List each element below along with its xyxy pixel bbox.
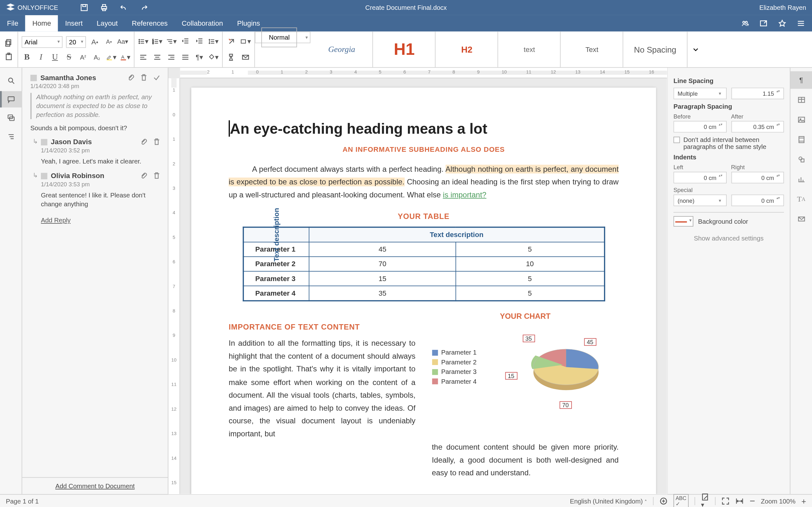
- font-size-select[interactable]: 20: [66, 36, 86, 48]
- table-row[interactable]: Parameter 4355: [243, 286, 604, 301]
- fit-page-icon[interactable]: [722, 497, 730, 505]
- paste-icon[interactable]: [3, 51, 14, 61]
- doc-paragraph-2[interactable]: In addition to all the formatting tips, …: [229, 337, 415, 441]
- align-justify-button[interactable]: [180, 52, 191, 62]
- increase-indent-button[interactable]: [194, 37, 205, 47]
- zoom-level[interactable]: Zoom 100%: [761, 497, 796, 504]
- delete-icon[interactable]: [140, 73, 148, 82]
- style-heading1[interactable]: H1: [373, 32, 436, 67]
- highlight-color-button[interactable]: ▾: [106, 52, 116, 62]
- font-name-select[interactable]: Arial: [21, 36, 62, 48]
- special-mode[interactable]: (none): [673, 194, 726, 206]
- language-indicator[interactable]: English (United Kingdom) ˄: [570, 497, 647, 504]
- add-comment-link[interactable]: Add Comment to Document: [55, 482, 135, 489]
- vertical-ruler[interactable]: 101234567891011121314151617: [168, 78, 180, 494]
- attach-icon[interactable]: [140, 172, 148, 180]
- header-footer-icon[interactable]: [790, 131, 812, 148]
- subscript-button[interactable]: A₂: [92, 52, 102, 62]
- print-icon[interactable]: [100, 3, 108, 12]
- redo-icon[interactable]: [140, 3, 148, 12]
- delete-icon[interactable]: [153, 138, 161, 147]
- indent-left[interactable]: 0 cm▴▾: [673, 172, 726, 183]
- attach-icon[interactable]: [127, 73, 135, 82]
- indent-right[interactable]: 0 cm▴▾: [731, 172, 784, 183]
- table-row[interactable]: Parameter 27010: [243, 257, 604, 272]
- shading-button[interactable]: ▾: [208, 52, 218, 62]
- page-scroll-area[interactable]: An eye-catching heading means a lot AN I…: [180, 78, 667, 494]
- menu-icon[interactable]: [797, 19, 805, 27]
- tab-collaboration[interactable]: Collaboration: [175, 15, 230, 32]
- textart-settings-icon[interactable]: TA: [790, 190, 812, 208]
- nonprinting-button[interactable]: ¶▾: [194, 52, 205, 62]
- style-georgia[interactable]: Georgia: [311, 32, 373, 67]
- image-settings-icon[interactable]: [790, 111, 812, 128]
- tab-file[interactable]: File: [0, 15, 26, 32]
- spacing-after[interactable]: 0.35 cm▴▾: [731, 121, 784, 133]
- line-spacing-mode[interactable]: Multiple: [673, 88, 726, 99]
- change-case-icon[interactable]: Aa▾: [118, 37, 128, 47]
- user-name[interactable]: Elizabeth Rayen: [759, 4, 812, 11]
- paragraph-settings-icon[interactable]: ¶: [790, 71, 812, 89]
- doc-heading-1[interactable]: An eye-catching heading means a lot: [229, 120, 618, 137]
- advanced-settings-link[interactable]: Show advanced settings: [673, 235, 784, 242]
- bold-button[interactable]: B: [21, 52, 32, 62]
- table-row[interactable]: Parameter 1455: [243, 242, 604, 257]
- fit-width-icon[interactable]: [735, 497, 744, 505]
- chart-pie[interactable]: Parameter 1 Parameter 2 Parameter 3 Para…: [432, 324, 618, 441]
- bullets-button[interactable]: ▾: [138, 37, 148, 47]
- find-icon[interactable]: [0, 72, 22, 89]
- doc-paragraph-3[interactable]: the document content should be given mor…: [432, 441, 618, 480]
- style-normal[interactable]: Normal: [255, 32, 311, 43]
- clear-style-icon[interactable]: [226, 37, 237, 47]
- page-indicator[interactable]: Page 1 of 1: [6, 497, 39, 504]
- superscript-button[interactable]: A²: [78, 52, 88, 62]
- align-center-button[interactable]: [152, 52, 162, 62]
- underline-button[interactable]: U: [50, 52, 60, 62]
- horizontal-ruler[interactable]: 2101234567891011121314151617: [180, 68, 667, 78]
- delete-icon[interactable]: [153, 172, 161, 180]
- resolve-icon[interactable]: [153, 73, 161, 82]
- chart-title[interactable]: YOUR CHART: [432, 312, 618, 321]
- doc-subheading[interactable]: AN INFORMATIVE SUBHEADING ALSO DOES: [229, 146, 618, 154]
- style-nospacing[interactable]: No Spacing: [623, 32, 688, 67]
- open-location-icon[interactable]: [759, 19, 768, 27]
- chat-icon[interactable]: [0, 110, 22, 126]
- attach-icon[interactable]: [140, 138, 148, 147]
- mailmerge-settings-icon[interactable]: [790, 210, 812, 228]
- font-color-button[interactable]: A▾: [120, 52, 131, 62]
- add-reply-link[interactable]: Add Reply: [41, 217, 71, 224]
- align-left-button[interactable]: [138, 52, 148, 62]
- decrease-font-icon[interactable]: A▾: [104, 37, 114, 47]
- zoom-in-icon[interactable]: +: [802, 496, 806, 505]
- italic-button[interactable]: I: [36, 52, 46, 62]
- doc-paragraph-1[interactable]: A perfect document always starts with a …: [229, 163, 618, 202]
- document-page[interactable]: An eye-catching heading means a lot AN I…: [191, 88, 656, 494]
- special-value[interactable]: 0 cm▴▾: [731, 194, 784, 206]
- tab-layout[interactable]: Layout: [90, 15, 125, 32]
- increase-font-icon[interactable]: A▴: [90, 37, 100, 47]
- tab-references[interactable]: References: [125, 15, 174, 32]
- same-style-checkbox[interactable]: Don't add interval between paragraphs of…: [673, 136, 784, 150]
- doc-table[interactable]: Text descriptionText description Paramet…: [242, 227, 605, 302]
- background-color-picker[interactable]: [673, 216, 693, 227]
- save-icon[interactable]: [80, 3, 89, 12]
- numbering-button[interactable]: 123▾: [152, 37, 162, 47]
- track-changes-icon[interactable]: ABC✓: [673, 494, 689, 507]
- doc-mode-icon[interactable]: ▾: [701, 493, 709, 507]
- table-settings-icon[interactable]: [790, 91, 812, 109]
- spacing-before[interactable]: 0 cm▴▾: [673, 121, 726, 133]
- style-text-lower[interactable]: text: [498, 32, 561, 67]
- navigation-icon[interactable]: [0, 128, 22, 145]
- multilevel-button[interactable]: ▾: [166, 37, 176, 47]
- tab-home[interactable]: Home: [26, 15, 58, 32]
- tab-insert[interactable]: Insert: [58, 15, 90, 32]
- copy-style-icon[interactable]: [226, 52, 237, 62]
- copy-icon[interactable]: [3, 37, 14, 48]
- insert-shape-icon[interactable]: ▾: [241, 37, 251, 47]
- table-section-title[interactable]: YOUR TABLE: [229, 212, 618, 221]
- line-spacing-button[interactable]: ▾: [208, 37, 218, 47]
- line-spacing-value[interactable]: 1.15▴▾: [731, 88, 784, 99]
- style-text[interactable]: Text: [561, 32, 623, 67]
- comments-icon[interactable]: [0, 91, 22, 108]
- style-heading2[interactable]: H2: [436, 32, 498, 67]
